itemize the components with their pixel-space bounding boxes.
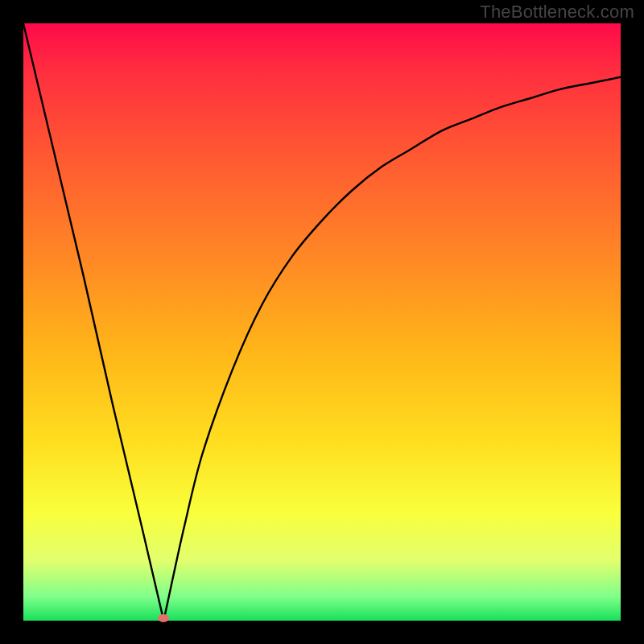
plot-area <box>23 23 621 621</box>
curve-svg <box>23 23 621 621</box>
minimum-marker <box>158 614 169 622</box>
chart-container: TheBottleneck.com <box>0 0 644 644</box>
bottleneck-curve <box>23 23 621 621</box>
watermark-text: TheBottleneck.com <box>480 2 634 23</box>
